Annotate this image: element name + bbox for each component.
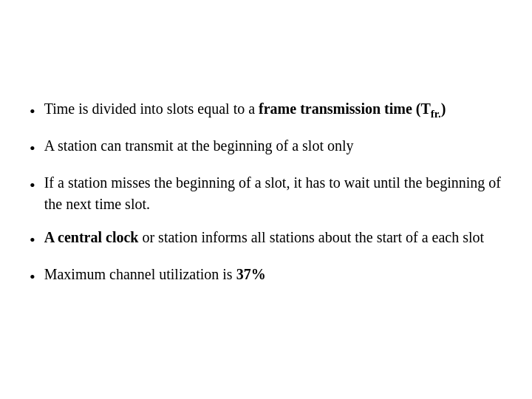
bullet-symbol: • [30,174,35,197]
bullet-text: If a station misses the beginning of a s… [44,172,502,215]
list-item: • A central clock or station informs all… [30,227,502,252]
bullet-text: A station can transmit at the beginning … [44,135,502,157]
bullet-text: A central clock or station informs all s… [44,227,502,248]
bullet-symbol: • [30,137,35,160]
subscript-fr: fr. [431,108,441,120]
bold-text: 37% [236,266,266,282]
slide-container: • Time is divided into slots equal to a … [0,0,532,399]
list-item: • Time is divided into slots equal to a … [30,98,502,123]
bullet-symbol: • [30,265,35,289]
bullet-text: Time is divided into slots equal to a fr… [44,98,502,123]
bullet-symbol: • [30,100,35,123]
slide-content: • Time is divided into slots equal to a … [30,98,502,301]
bullet-text: Maximum channel utilization is 37% [44,264,502,285]
bullet-list: • Time is divided into slots equal to a … [30,98,502,289]
list-item: • If a station misses the beginning of a… [30,172,502,215]
bold-text: frame transmission time (Tfr.) [259,100,446,117]
list-item: • Maximum channel utilization is 37% [30,264,502,289]
list-item: • A station can transmit at the beginnin… [30,135,502,160]
bullet-symbol: • [30,228,35,252]
bold-text: A central clock [44,229,139,245]
